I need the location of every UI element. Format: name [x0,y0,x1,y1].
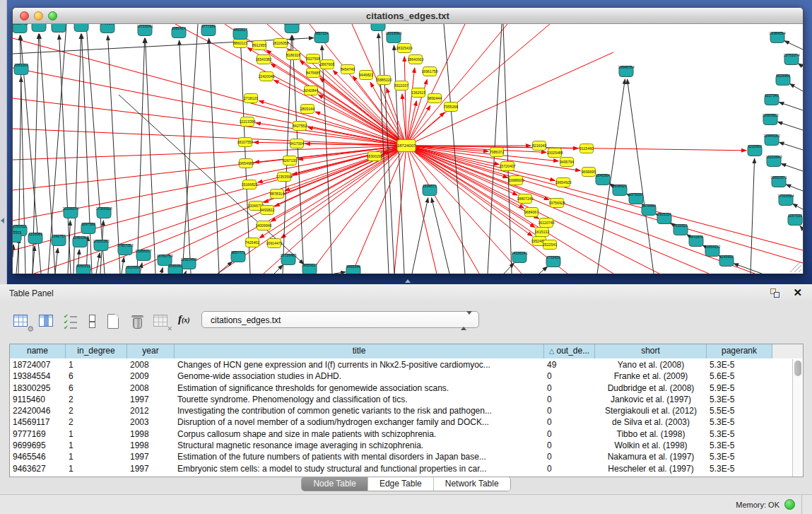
table-cell[interactable]: Wolkin et al. (1998) [595,440,707,451]
split-pane-divider[interactable] [7,279,812,284]
column-header-name[interactable]: name [10,344,66,358]
table-cell[interactable]: 2008 [127,382,175,394]
table-cell[interactable]: 9115460 [10,394,66,405]
table-cell[interactable]: 14569117 [10,416,66,428]
table-row[interactable]: 1938455462009Genome-wide association stu… [10,370,792,382]
citation-graph[interactable]: 1872400712213399181075541965498519166825… [13,24,803,274]
table-cell[interactable]: Genome-wide association studies in ADHD. [175,370,544,382]
table-cell[interactable]: 1997 [127,394,175,405]
window-titlebar[interactable]: citations_edges.txt [13,8,803,24]
table-cell[interactable]: 0 [544,440,595,451]
table-cell[interactable]: Tourette syndrome. Phenomenology and cla… [175,394,544,405]
table-cell[interactable]: 49 [544,359,595,370]
table-cell[interactable]: 0 [544,428,595,440]
column-header-title[interactable]: title [175,344,544,358]
table-row[interactable]: 1872400712008Changes of HCN gene express… [10,359,792,370]
row-stack-icon[interactable] [83,313,102,331]
table-cell[interactable]: 0 [544,394,595,405]
table-cell[interactable]: 1997 [127,451,175,462]
tab-node-table[interactable]: Node Table [302,477,367,491]
column-header-year[interactable]: year [127,344,175,358]
column-header-in-degree[interactable]: in_degree [66,344,127,358]
table-cell[interactable]: 18300295 [10,382,66,394]
table-cell[interactable]: Yano et al. (2008) [595,359,707,370]
table-cell[interactable]: 0 [544,416,595,428]
table-cell[interactable]: 1 [66,451,127,462]
table-cell[interactable]: 2012 [127,405,175,416]
table-cell[interactable]: 1 [66,440,127,451]
table-row[interactable]: 911546021997Tourette syndrome. Phenomeno… [10,394,792,405]
graph-node[interactable] [52,24,66,33]
table-cell[interactable]: Corpus callosum shape and size in male p… [175,428,544,440]
float-panel-icon[interactable] [770,288,781,298]
table-row[interactable]: 2242004622012Investigating the contribut… [10,405,792,416]
table-cell[interactable]: Stergiakouli et al. (2012) [595,405,707,416]
graph-node[interactable] [74,24,88,32]
table-cell[interactable]: 19384554 [10,370,66,382]
table-cell[interactable]: 2 [66,416,127,428]
table-cell[interactable]: Franke et al. (2009) [595,370,707,382]
column-header-short[interactable]: short [595,344,707,358]
network-canvas[interactable]: 1872400712213399181075541965498519166825… [13,24,803,274]
table-row[interactable]: 1456911722003Disruption of a novel membe… [10,416,792,428]
table-cell[interactable]: 0 [544,382,595,394]
table-cell[interactable]: 5.3E-5 [707,428,772,440]
table-row[interactable]: 969969511998Structural magnetic resonanc… [10,440,792,451]
column-header-out-de-[interactable]: △out_de... [544,344,595,358]
table-cell[interactable]: 2 [66,394,127,405]
table-cell[interactable]: 9699695 [10,440,66,451]
table-select-combo[interactable]: citations_edges.txt [201,311,479,328]
table-cell[interactable]: 9777169 [10,428,66,440]
table-row[interactable]: 1830029562008Estimation of significance … [10,382,792,394]
table-cell[interactable]: 5.6E-5 [707,370,772,382]
table-cell[interactable]: 6 [66,370,127,382]
close-panel-icon[interactable]: ✕ [793,286,802,299]
table-cell[interactable]: 1 [66,463,127,474]
table-cell[interactable]: 1998 [127,440,175,451]
table-cell[interactable]: 5.3E-5 [707,451,772,462]
table-cell[interactable]: 1998 [127,428,175,440]
delete-trash-icon[interactable] [129,313,147,331]
window-resize-grip[interactable] [799,269,801,272]
column-header-pagerank[interactable]: pagerank [707,344,772,358]
divider-collapse-arrow-icon[interactable] [405,279,411,283]
new-document-icon[interactable] [105,313,123,331]
table-cell[interactable]: Dudbridge et al. (2008) [595,382,707,394]
table-cell[interactable]: 2008 [127,359,175,370]
table-cell[interactable]: 0 [544,370,595,382]
table-cell[interactable]: Disruption of a novel member of a sodium… [175,416,544,428]
table-cell[interactable]: 2009 [127,370,175,382]
table-cell[interactable]: 5.3E-5 [707,394,772,405]
graph-node[interactable] [371,24,385,31]
table-cell[interactable]: 5.3E-5 [707,440,772,451]
collapse-left-arrow-icon[interactable] [1,218,4,223]
table-cell[interactable]: 2 [66,405,127,416]
table-cell[interactable]: 0 [544,451,595,462]
table-cell[interactable]: 5.5E-5 [707,405,772,416]
function-builder-fx-icon[interactable]: f(x) [178,313,190,325]
table-cell[interactable]: 5.3E-5 [707,359,772,370]
table-mode-gear-icon[interactable]: ⚙ [13,313,31,331]
table-cell[interactable]: 1 [66,428,127,440]
table-row[interactable]: 946554611997Estimation of the future num… [10,451,792,462]
table-cell[interactable]: Embryonic stem cells: a model to study s… [175,463,544,474]
table-cell[interactable]: 5.9E-5 [707,382,772,394]
table-row[interactable]: 946362711997Embryonic stem cells: a mode… [10,463,792,474]
select-rows-checks-icon[interactable]: ✔ ✔ ✔ [62,313,81,331]
show-columns-icon[interactable] [38,313,57,331]
table-cell[interactable]: 0 [544,463,595,474]
table-cell[interactable]: Estimation of the future numbers of pati… [175,451,544,462]
table-cell[interactable]: 1 [66,359,127,370]
table-row[interactable]: 977716911998Corpus callosum shape and si… [10,428,792,440]
table-cell[interactable]: 2003 [127,416,175,428]
scrollbar-thumb[interactable] [794,361,801,376]
table-cell[interactable]: Changes of HCN gene expression and I(f) … [175,359,544,370]
table-cell[interactable]: 0 [544,405,595,416]
table-cell[interactable]: Investigating the contribution of common… [175,405,544,416]
table-vertical-scrollbar[interactable] [792,359,803,477]
graph-node[interactable] [32,24,46,32]
table-cell[interactable]: 5.3E-5 [707,416,772,428]
table-cell[interactable]: Hescheler et al. (1997) [595,463,707,474]
table-cell[interactable]: 9463627 [10,463,66,474]
table-cell[interactable]: 1997 [127,463,175,474]
